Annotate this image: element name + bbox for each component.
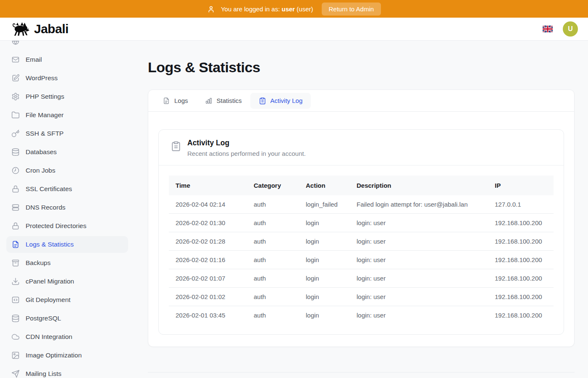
cell-description: login: user [350,214,488,232]
impersonation-role: (user) [297,5,313,13]
file-text-icon [163,97,170,105]
sidebar-item-databases[interactable]: Databases [6,144,128,160]
col-header-ip: IP [488,176,554,195]
sidebar-item-file-manager[interactable]: File Manager [6,107,128,123]
table-row: 2026-02-02 01:07 auth login login: user … [169,269,554,288]
avatar[interactable]: U [563,21,578,37]
main-content: Logs & Statistics Logs Statistics Activi… [134,41,588,378]
sidebar-item-dns-records[interactable]: DNS Records [6,199,128,216]
sidebar-item-logs-statistics[interactable]: Logs & Statistics [6,236,128,253]
code-icon [11,296,20,304]
brand-logo[interactable]: Jabali [11,21,68,37]
sidebar-item-label: SSL Certificates [26,185,72,193]
brand-name: Jabali [34,22,68,36]
gear-icon [11,92,20,101]
sidebar-item-backups[interactable]: Backups [6,255,128,271]
sidebar-item-label: WordPress [26,74,58,82]
sidebar-item-label: cPanel Migration [26,278,74,285]
cell-action: login [299,288,350,306]
activity-log-card-header: Activity Log Recent actions performed in… [159,130,564,165]
sidebar-item-partial[interactable] [6,41,128,50]
cell-time: 2026-02-02 01:28 [169,232,247,251]
sidebar-item-cpanel-migration[interactable]: cPanel Migration [6,273,128,290]
cell-ip: 127.0.0.1 [488,195,554,214]
logs-card: Logs Statistics Activity Log Activity [148,89,575,347]
cell-category: auth [247,195,299,214]
activity-log-subtitle: Recent actions performed in your account… [187,150,306,157]
sidebar-item-git-deployment[interactable]: Git Deployment [6,291,128,308]
sidebar-item-ssl-certificates[interactable]: SSL Certificates [6,181,128,197]
sidebar-item-email[interactable]: Email [6,51,128,68]
page-title: Logs & Statistics [148,59,575,76]
activity-table: Time Category Action Description IP 2026… [169,176,554,324]
clipboard-icon [171,141,181,152]
cell-ip: 192.168.100.200 [488,306,554,325]
tab-label: Statistics [217,97,242,104]
sidebar-item-label: Cron Jobs [26,167,55,174]
sidebar-item-label: PHP Settings [26,93,64,100]
sidebar-item-wordpress[interactable]: WordPress [6,70,128,87]
cell-description: Failed login attempt for: user@jabali.la… [350,195,488,214]
return-to-admin-button[interactable]: Return to Admin [322,3,381,16]
sidebar-item-label: Protected Directories [26,222,87,230]
database-icon [11,314,20,323]
impersonation-message: You are logged in as: user (user) [221,5,313,13]
sidebar-item-mailing-lists[interactable]: Mailing Lists [6,365,128,378]
sidebar-item-label: PostgreSQL [26,315,61,322]
sidebar-item-label: Databases [26,148,57,156]
sidebar-item-php-settings[interactable]: PHP Settings [6,88,128,105]
folder-icon [11,111,20,119]
layout: Email WordPress PHP Settings File Manage… [0,41,588,378]
cell-action: login [299,214,350,232]
sidebar-item-label: File Manager [26,111,63,119]
image-icon [11,351,20,360]
cell-category: auth [247,306,299,325]
table-row: 2026-02-02 01:30 auth login login: user … [169,214,554,232]
tab-bar: Logs Statistics Activity Log [148,90,574,112]
file-text-icon [11,240,20,249]
cell-time: 2026-02-02 01:02 [169,288,247,306]
sidebar-item-label: DNS Records [26,204,66,211]
send-icon [11,370,20,378]
sidebar-item-cdn-integration[interactable]: CDN Integration [6,328,128,345]
sidebar-item-label: Mailing Lists [26,370,61,378]
cell-ip: 192.168.100.200 [488,269,554,288]
col-header-category: Category [247,176,299,195]
tab-activity-log[interactable]: Activity Log [250,93,311,109]
table-row: 2026-02-04 02:14 auth login_failed Faile… [169,195,554,214]
cell-description: login: user [350,288,488,306]
sidebar-item-label: Logs & Statistics [26,241,74,248]
sidebar-item-cron-jobs[interactable]: Cron Jobs [6,162,128,179]
warthog-icon [11,21,30,37]
mail-icon [11,55,20,64]
tab-label: Logs [174,97,188,104]
impersonation-username: user [281,5,295,13]
sidebar-item-image-optimization[interactable]: Image Optimization [6,347,128,364]
cell-time: 2026-02-02 01:30 [169,214,247,232]
activity-log-card: Activity Log Recent actions performed in… [158,129,564,335]
clipboard-icon [259,97,266,105]
cell-category: auth [247,214,299,232]
activity-table-wrap: Time Category Action Description IP 2026… [159,165,564,334]
download-icon [11,277,20,286]
cell-description: login: user [350,269,488,288]
tab-logs[interactable]: Logs [154,93,197,109]
lock-icon [11,222,20,230]
tab-statistics[interactable]: Statistics [197,93,250,109]
sidebar-item-protected-directories[interactable]: Protected Directories [6,218,128,234]
sidebar-item-postgresql[interactable]: PostgreSQL [6,310,128,327]
cell-description: login: user [350,251,488,269]
cell-category: auth [247,269,299,288]
cell-time: 2026-02-04 02:14 [169,195,247,214]
sidebar-item-label: Email [26,56,42,63]
cell-category: auth [247,232,299,251]
app-header: Jabali U [0,18,588,41]
cell-ip: 192.168.100.200 [488,232,554,251]
sidebar-item-label: CDN Integration [26,333,72,341]
table-row: 2026-02-02 01:16 auth login login: user … [169,251,554,269]
tab-panel-activity-log: Activity Log Recent actions performed in… [148,112,574,346]
sidebar-item-ssh-sftp[interactable]: SSH & SFTP [6,125,128,142]
uk-flag-icon[interactable] [543,26,553,32]
sidebar-item-label: Image Optimization [26,352,82,359]
archive-icon [11,259,20,267]
